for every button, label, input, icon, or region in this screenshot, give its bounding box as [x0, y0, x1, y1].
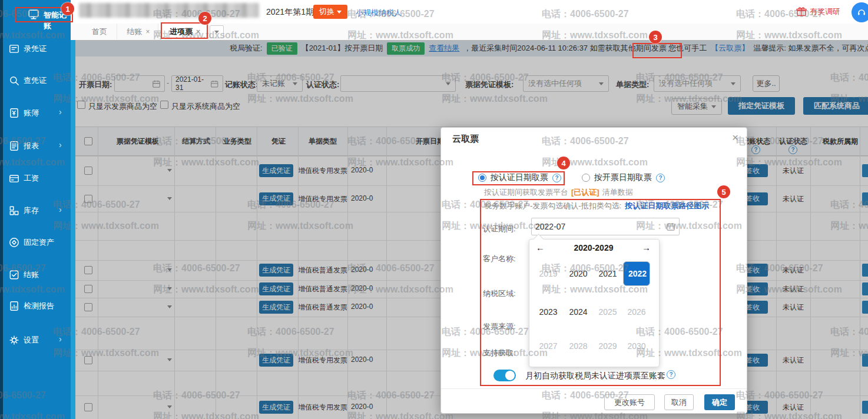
- certified-badge-text: [已认证]: [571, 187, 599, 198]
- sidebar-item-label: 结账: [24, 270, 39, 280]
- sidebar-item-label: 固定资产: [24, 237, 54, 248]
- period-label: 2021年第1期: [266, 7, 314, 18]
- year-cell-2019[interactable]: 2019: [535, 268, 562, 280]
- year-cell-2028[interactable]: 2028: [565, 340, 592, 352]
- path-hint-line: 税务数字账户-发票勾选确认-抵扣类勾选: 按认证日期取票路径图示: [484, 201, 709, 211]
- sidebar: 智能记账 录凭证查凭证账簿›报表›工资库存›固定资产结账检测报告设置›: [0, 0, 71, 419]
- close-icon[interactable]: ×: [196, 28, 200, 36]
- close-icon[interactable]: ×: [732, 131, 738, 144]
- sidebar-item-report[interactable]: 报表›: [0, 139, 71, 153]
- customer-name-label: 客户名称:: [483, 254, 516, 264]
- auto-fetch-toggle[interactable]: [493, 370, 516, 381]
- sidebar-item-label: 录凭证: [24, 44, 47, 54]
- decade-range-label: 2020-2029: [564, 243, 623, 252]
- help-icon[interactable]: ?: [667, 370, 675, 379]
- sidebar-item-ledger[interactable]: 账簿›: [0, 106, 71, 120]
- tab-bar: 首页结账×进项票×: [71, 24, 868, 41]
- modal-footer-divider: [441, 388, 747, 389]
- radio-selected-icon: [478, 174, 486, 182]
- sidebar-item-salary[interactable]: 工资: [0, 171, 71, 185]
- tab-list-dropdown-button[interactable]: [210, 25, 224, 38]
- sidebar-item-fixed-assets[interactable]: 固定资产: [0, 235, 71, 250]
- sidebar-accent-strip: [71, 40, 75, 419]
- voucher-entry-icon: [8, 43, 20, 55]
- tab-closing[interactable]: 结账×: [119, 24, 158, 39]
- next-decade-arrow[interactable]: →: [642, 242, 651, 252]
- annotation-badge-5: 5: [717, 185, 730, 198]
- auto-fetch-toggle-label: 月初自动获取税局未认证进项票至账套: [525, 371, 665, 381]
- path-diagram-link[interactable]: 按认证日期取票路径图示: [625, 201, 709, 211]
- sidebar-item-inventory[interactable]: 库存›: [0, 204, 71, 218]
- hint-prefix: 按认证期间获取发票平台: [484, 187, 568, 198]
- survey-label: 有奖调研: [810, 6, 840, 17]
- sidebar-item-search[interactable]: 查凭证: [0, 74, 71, 88]
- tax-region-label: 纳税区域:: [483, 288, 516, 299]
- chevron-down-icon: [214, 31, 219, 34]
- chevron-right-icon: ›: [59, 334, 62, 344]
- hint-suffix: 清单数据: [602, 187, 633, 198]
- survey-link[interactable]: 有奖调研: [796, 6, 840, 17]
- ledger-icon: [8, 107, 20, 119]
- radio-by-auth-date[interactable]: 按认证日期取票 ?: [478, 172, 561, 183]
- sidebar-item-closing[interactable]: 结账: [0, 268, 71, 282]
- switch-period-button[interactable]: 切换: [313, 5, 347, 19]
- fixed-assets-icon: [8, 237, 20, 248]
- closing-icon: [8, 269, 20, 281]
- prev-decade-arrow[interactable]: ←: [536, 242, 545, 252]
- switch-label: 切换: [319, 6, 334, 17]
- annotation-badge-4: 4: [557, 157, 570, 169]
- path-text: 税务数字账户-发票勾选确认-抵扣类勾选:: [484, 201, 621, 211]
- help-icon[interactable]: ?: [656, 174, 665, 182]
- radio-by-invoice-date-label: 按开票日期取票: [594, 172, 652, 183]
- tab-label: 进项票: [170, 26, 193, 37]
- year-cell-2027[interactable]: 2027: [535, 340, 562, 352]
- redacted-company-name: [79, 3, 259, 18]
- radio-unselected-icon: [582, 174, 590, 182]
- year-cell-2023[interactable]: 2023: [535, 306, 562, 318]
- confirm-button[interactable]: 确定: [704, 394, 735, 410]
- annotation-badge-1: 1: [61, 2, 74, 15]
- year-cell-2025[interactable]: 2025: [594, 306, 621, 318]
- sidebar-item-label: 账簿: [24, 108, 39, 118]
- service-icon[interactable]: [852, 2, 868, 22]
- settings-icon: [8, 334, 20, 346]
- sidebar-item-voucher-entry[interactable]: 录凭证: [0, 42, 71, 56]
- year-cell-2020[interactable]: 2020: [565, 268, 592, 280]
- report-icon: [8, 140, 20, 152]
- change-account-button[interactable]: 更改账号: [604, 394, 655, 410]
- year-cell-2030[interactable]: 2030: [623, 340, 650, 352]
- tab-input-invoices[interactable]: 进项票×: [161, 24, 209, 39]
- help-icon[interactable]: ?: [552, 174, 561, 182]
- auth-hint-line: 按认证期间获取发票平台 [已认证] 清单数据: [484, 187, 633, 198]
- sidebar-item-settings[interactable]: 设置›: [0, 333, 71, 347]
- window-edge-strip: [0, 0, 3, 419]
- smart-bookkeeping-icon: [27, 8, 40, 22]
- gift-icon: [796, 6, 807, 17]
- year-cell-2029[interactable]: 2029: [594, 340, 621, 352]
- chevron-right-icon: ›: [59, 140, 62, 149]
- auth-period-value: 2022-07: [535, 222, 565, 231]
- sidebar-item-inspection-report[interactable]: 检测报告: [0, 299, 71, 313]
- taxpayer-type-link[interactable]: 小规模纳税人: [356, 8, 402, 18]
- search-icon: [8, 75, 20, 87]
- radio-by-invoice-date[interactable]: 按开票日期取票 ?: [582, 172, 665, 183]
- annotation-badge-2: 2: [198, 12, 211, 25]
- year-cell-2024[interactable]: 2024: [565, 306, 592, 318]
- year-cell-2022[interactable]: 2022: [623, 261, 650, 286]
- tab-label: 首页: [92, 26, 107, 37]
- close-icon[interactable]: ×: [145, 28, 150, 36]
- calendar-icon[interactable]: [666, 222, 675, 231]
- salary-icon: [8, 172, 20, 184]
- year-cell-2021[interactable]: 2021: [594, 268, 621, 280]
- chevron-down-icon: [337, 11, 342, 14]
- sidebar-item-label: 库存: [24, 205, 39, 216]
- sidebar-item-label: 设置: [24, 335, 39, 345]
- year-cell-2026[interactable]: 2026: [623, 306, 650, 318]
- sidebar-item-label: 工资: [24, 173, 39, 184]
- cancel-button[interactable]: 取消: [664, 394, 694, 410]
- chevron-right-icon: ›: [59, 107, 62, 117]
- app-window: 智能记账 录凭证查凭证账簿›报表›工资库存›固定资产结账检测报告设置› 2021…: [0, 0, 868, 419]
- modal-title: 云取票: [452, 134, 479, 145]
- tab-home[interactable]: 首页: [82, 24, 117, 39]
- auth-period-input[interactable]: 2022-07: [531, 218, 680, 235]
